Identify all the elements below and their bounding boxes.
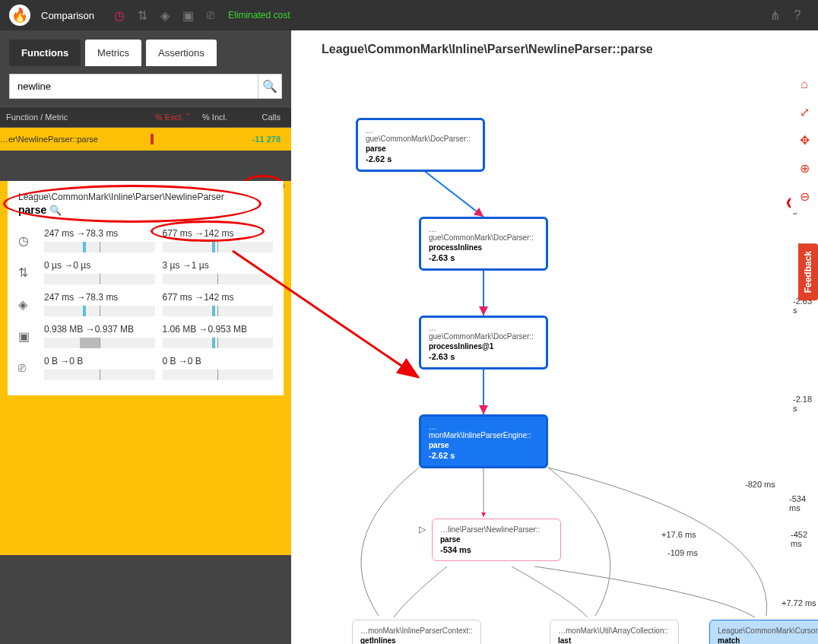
timer-icon[interactable]: ◷ — [108, 4, 131, 27]
memory-icon[interactable]: ▣ — [176, 4, 199, 27]
tab-functions[interactable]: Functions — [9, 40, 81, 66]
m3a: 247 ms →78.3 ms — [44, 292, 155, 303]
network-icon[interactable]: ⎚ — [199, 4, 222, 27]
logo-icon: 🔥 — [9, 5, 30, 26]
feedback-button[interactable]: Feedback — [798, 243, 818, 300]
network-metric-icon: ⎚ — [18, 361, 36, 375]
detail-method: parse🔍 — [18, 204, 273, 216]
m4b: 1.06 MB →0.953 MB — [163, 324, 274, 335]
eliminated-cost[interactable]: Eliminated cost — [228, 10, 290, 21]
expand-icon[interactable]: ⤢ — [800, 105, 810, 119]
zoom-in-icon[interactable]: ⊕ — [800, 161, 810, 176]
m3b: 677 ms →142 ms — [163, 292, 274, 303]
cpu-metric-icon: ◈ — [18, 297, 36, 312]
node-docparser-parse[interactable]: …gue\CommonMark\DocParser:: parse -2.62 … — [356, 118, 485, 172]
node-processinlines1[interactable]: …gue\CommonMark\DocParser::processInline… — [419, 316, 548, 370]
fit-icon[interactable]: ✥ — [800, 133, 810, 148]
memory-metric-icon: ▣ — [18, 329, 36, 344]
m2a: 0 µs →0 µs — [44, 260, 155, 271]
search-icon[interactable]: 🔍 — [49, 205, 62, 216]
edge-67: +17.6 ms — [661, 530, 696, 539]
table-row[interactable]: …er\NewlineParser::parse -11 278 — [0, 128, 291, 151]
call-graph[interactable]: …gue\CommonMark\DocParser:: parse -2.62 … — [291, 68, 818, 644]
columns-header: Function / Metric % Excl. ˅ % Incl. Call… — [0, 106, 291, 128]
m2b: 3 µs →1 µs — [163, 260, 274, 271]
time-icon: ◷ — [18, 233, 36, 248]
home-icon[interactable]: ⌂ — [801, 78, 808, 91]
search-button[interactable]: 🔍 — [258, 74, 282, 99]
zoom-out-icon[interactable]: ⊖ — [800, 189, 810, 204]
col-function[interactable]: Function / Metric — [0, 113, 149, 122]
m5a: 0 B →0 B — [44, 356, 155, 366]
tab-metrics[interactable]: Metrics — [85, 40, 141, 66]
flag-icon: ▷ — [419, 524, 426, 535]
col-incl[interactable]: % Incl. — [196, 113, 243, 122]
node-newlineparser[interactable]: ▷ …line\Parser\NewlineParser::parse-534 … — [432, 519, 561, 561]
m4a: 0.938 MB →0.937 MB — [44, 324, 155, 335]
tab-assertions[interactable]: Assertions — [146, 40, 217, 66]
m5b: 0 B →0 B — [163, 356, 274, 366]
io-icon[interactable]: ⇅ — [131, 4, 154, 27]
metrics-grid: ◷ 247 ms →78.3 ms 677 ms →142 ms ⇅ 0 µs … — [18, 228, 273, 380]
cpu-icon[interactable]: ◈ — [154, 4, 176, 27]
sidebar: Functions Metrics Assertions 🔍 Function … — [0, 30, 291, 644]
view-tools: ⌂ ⤢ ✥ ⊕ ⊖ — [791, 68, 818, 213]
node-inlineparserengine[interactable]: …monMark\InlineParserEngine::parse-2.62 … — [419, 414, 548, 468]
help-icon[interactable]: ? — [786, 4, 809, 27]
search-bar: 🔍 — [0, 66, 291, 106]
share-icon[interactable]: ⋔ — [763, 4, 786, 27]
detail-class: League\CommonMark\Inline\Parser\NewlineP… — [18, 192, 273, 202]
edge-56: -109 ms — [667, 548, 698, 557]
edge-68: -452 ms — [791, 530, 818, 548]
row-calls: -11 278 — [243, 135, 291, 144]
detail-wrapper: League\CommonMark\Inline\Parser\NewlineP… — [0, 181, 291, 555]
tabs: Functions Metrics Assertions — [0, 30, 291, 66]
search-input[interactable] — [9, 74, 258, 99]
node-last[interactable]: …monMark\Util\ArrayCollection::last-205 … — [550, 620, 679, 644]
node-getinlines[interactable]: …monMark\InlineParserContext::getInlines… — [352, 620, 481, 644]
io-metric-icon: ⇅ — [18, 265, 36, 280]
detail-card: League\CommonMark\Inline\Parser\NewlineP… — [8, 181, 284, 395]
app-header: 🔥 Comparison ◷ ⇅ ◈ ▣ ⎚ Eliminated cost ⋔… — [0, 0, 818, 30]
col-calls[interactable]: Calls — [243, 113, 291, 122]
row-excl — [149, 134, 196, 144]
edge-58: -820 ms — [745, 480, 775, 489]
node-processinlines[interactable]: …gue\CommonMark\DocParser::processInline… — [419, 217, 548, 271]
m1a: 247 ms →78.3 ms — [44, 228, 155, 239]
col-excl[interactable]: % Excl. ˅ — [149, 113, 196, 122]
edge-34: -2.18 s — [793, 395, 818, 413]
m1b: 677 ms →142 ms — [163, 228, 274, 239]
svg-line-0 — [420, 167, 484, 217]
edge-66: +7.72 ms — [782, 598, 816, 608]
main-title: League\CommonMark\Inline\Parser\NewlineP… — [291, 30, 818, 68]
app-title: Comparison — [41, 10, 94, 21]
edge-45: -534 ms — [789, 494, 818, 512]
node-match[interactable]: League\CommonMark\Cursor::match-1.27 s — [709, 620, 818, 644]
row-name: …er\NewlineParser::parse — [0, 135, 149, 144]
main-graph: League\CommonMark\Inline\Parser\NewlineP… — [291, 30, 818, 644]
